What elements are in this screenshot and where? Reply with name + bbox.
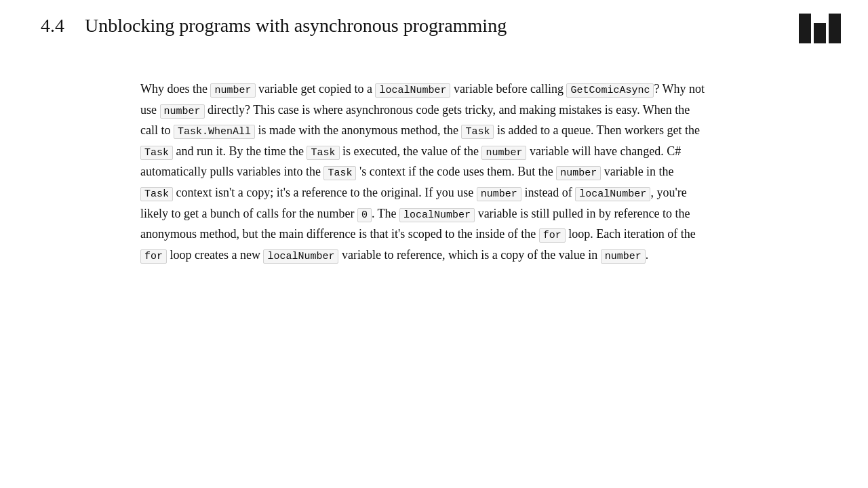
code-localNumber-2: localNumber — [575, 187, 650, 201]
code-Task-4: Task — [323, 166, 356, 180]
code-zero: 0 — [357, 208, 372, 222]
chapter-title: Unblocking programs with asynchronous pr… — [85, 15, 507, 37]
main-content: Why does the number variable get copied … — [0, 52, 746, 292]
body-paragraph: Why does the number variable get copied … — [140, 79, 705, 265]
code-number-1: number — [210, 83, 255, 98]
logo-bar-right — [829, 14, 841, 43]
code-number-6: number — [601, 249, 646, 264]
code-Task-5: Task — [140, 187, 173, 201]
logo — [799, 14, 841, 43]
code-localNumber-3: localNumber — [399, 208, 475, 222]
logo-bar-left — [799, 14, 811, 43]
logo-bar-middle — [814, 23, 826, 43]
code-number-4: number — [556, 166, 601, 180]
code-number-2: number — [160, 104, 205, 119]
page-header: 4.4 Unblocking programs with asynchronou… — [0, 0, 868, 52]
code-GetComicAsync: GetComicAsync — [566, 83, 654, 98]
code-Task-1: Task — [461, 125, 494, 139]
code-number-3: number — [481, 146, 526, 160]
code-Task-2: Task — [140, 146, 173, 160]
code-for-1: for — [539, 228, 566, 243]
code-localNumber-1: localNumber — [375, 83, 450, 98]
code-TaskWhenAll: Task.WhenAll — [174, 125, 255, 139]
chapter-number: 4.4 — [41, 15, 64, 37]
code-for-2: for — [140, 249, 167, 264]
code-Task-3: Task — [307, 146, 339, 160]
code-number-5: number — [477, 187, 521, 201]
code-localNumber-4: localNumber — [263, 249, 338, 264]
